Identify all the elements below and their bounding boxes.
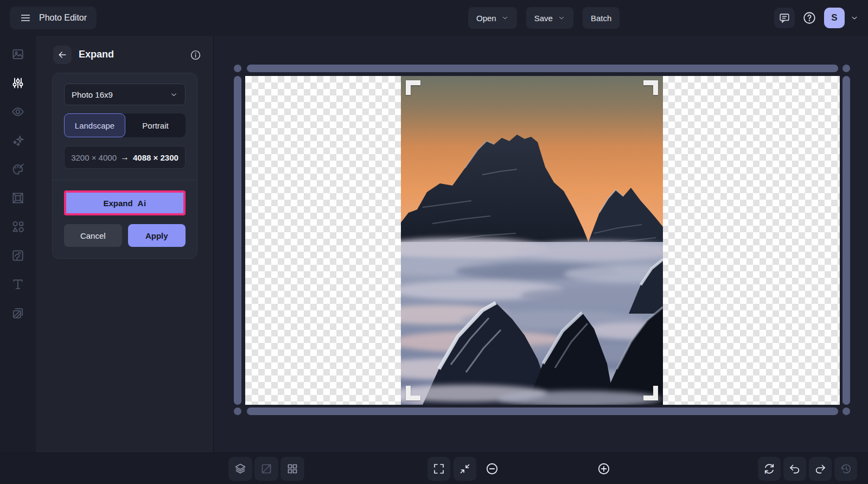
question-mark-icon xyxy=(802,11,816,25)
canvas-image[interactable] xyxy=(401,76,663,405)
scrollbar-vertical-left[interactable] xyxy=(234,76,241,405)
tool-adjust-icon[interactable] xyxy=(7,72,29,94)
collapse-arrows-icon xyxy=(458,462,471,475)
dimensions-to: 4088 × 2300 xyxy=(133,153,178,162)
expand-panel: Expand Photo 16x9 Landscape Portrait 320… xyxy=(36,36,214,484)
save-button[interactable]: Save xyxy=(526,7,573,29)
batch-button[interactable]: Batch xyxy=(583,7,620,29)
fullscreen-button[interactable] xyxy=(427,457,450,481)
layers-button[interactable] xyxy=(228,457,252,481)
account-actions: S xyxy=(774,8,859,28)
main-menu-button[interactable]: Photo Editor xyxy=(10,7,97,29)
tool-arrange-icon[interactable] xyxy=(7,302,29,324)
tool-shapes-icon[interactable] xyxy=(7,216,29,238)
apply-button[interactable]: Apply xyxy=(128,224,186,247)
crop-handle-bottom-left[interactable] xyxy=(406,386,420,400)
expand-options-card: Photo 16x9 Landscape Portrait 3200 × 400… xyxy=(52,73,197,259)
grid-view-button[interactable] xyxy=(280,457,304,481)
crossed-canvas-icon xyxy=(260,462,273,475)
divider xyxy=(53,180,197,180)
pan-dot-bottom-right[interactable] xyxy=(843,407,850,415)
panel-title: Expand xyxy=(79,49,114,60)
tool-image-icon[interactable] xyxy=(7,43,29,65)
refresh-icon xyxy=(763,462,776,475)
history-button[interactable] xyxy=(834,457,857,481)
dimensions-from: 3200 × 4000 xyxy=(71,153,117,162)
app-title: Photo Editor xyxy=(39,13,87,23)
bottom-bar: 13% xyxy=(0,453,868,484)
preset-value: Photo 16x9 xyxy=(72,90,170,99)
avatar[interactable]: S xyxy=(824,8,845,28)
scrollbar-horizontal-top[interactable] xyxy=(247,65,838,72)
chevron-down-icon xyxy=(558,14,565,22)
top-bar: Photo Editor Open Save Batch xyxy=(0,0,868,36)
dimensions-readout: 3200 × 4000 → 4088 × 2300 xyxy=(64,146,186,169)
grid-icon xyxy=(286,462,299,475)
file-actions: Open Save Batch xyxy=(468,7,620,29)
account-chevron-down-icon[interactable] xyxy=(850,14,859,22)
tool-retouch-eye-icon[interactable] xyxy=(7,101,29,123)
reset-button[interactable] xyxy=(758,457,781,481)
confirm-row: Cancel Apply xyxy=(64,224,186,247)
preset-select[interactable]: Photo 16x9 xyxy=(64,84,186,105)
landscape-option[interactable]: Landscape xyxy=(64,113,125,137)
back-button[interactable] xyxy=(53,46,72,64)
redo-button[interactable] xyxy=(809,457,832,481)
chevron-down-icon xyxy=(170,91,178,99)
crop-handle-top-left[interactable] xyxy=(406,80,420,95)
tool-rail xyxy=(0,36,36,484)
tool-ai-effects-sparkles-icon[interactable] xyxy=(7,130,29,151)
ai-badge: Ai xyxy=(138,199,146,208)
tool-texture-icon[interactable] xyxy=(7,245,29,266)
scrollbar-horizontal-bottom[interactable] xyxy=(247,407,838,415)
orientation-toggle: Landscape Portrait xyxy=(64,113,186,137)
scrollbar-vertical-right[interactable] xyxy=(843,76,850,405)
help-button[interactable] xyxy=(800,9,819,27)
layers-icon xyxy=(234,462,247,475)
crop-handle-top-right[interactable] xyxy=(643,80,658,95)
pan-dot-top-left[interactable] xyxy=(234,65,241,72)
arrow-left-icon xyxy=(57,49,68,60)
canvas-area xyxy=(214,36,868,453)
hamburger-icon xyxy=(20,12,31,24)
expand-ai-button[interactable]: Expand Ai xyxy=(64,190,186,215)
history-clock-icon xyxy=(839,462,852,475)
tool-frame-icon[interactable] xyxy=(7,187,29,209)
chevron-down-icon xyxy=(501,14,509,22)
undo-icon xyxy=(788,462,801,475)
arrow-right-icon: → xyxy=(120,152,129,162)
crop-handle-bottom-right[interactable] xyxy=(643,386,658,400)
pan-dot-bottom-left[interactable] xyxy=(234,407,241,415)
pan-dot-top-right[interactable] xyxy=(843,65,850,72)
fullscreen-icon xyxy=(432,462,445,475)
open-button[interactable]: Open xyxy=(468,7,517,29)
zoom-out-icon[interactable] xyxy=(485,462,499,476)
chat-bubble-icon xyxy=(778,12,790,24)
tool-paint-palette-icon[interactable] xyxy=(7,158,29,180)
cancel-button[interactable]: Cancel xyxy=(64,224,122,247)
undo-button[interactable] xyxy=(783,457,806,481)
zoom-in-icon[interactable] xyxy=(597,462,611,476)
fit-to-screen-button[interactable] xyxy=(454,457,476,481)
feedback-button[interactable] xyxy=(774,8,795,28)
tool-text-icon[interactable] xyxy=(7,273,29,295)
portrait-option[interactable]: Portrait xyxy=(125,113,186,137)
canvas[interactable] xyxy=(245,76,840,405)
canvas-resize-button[interactable] xyxy=(254,457,278,481)
redo-icon xyxy=(814,462,827,475)
info-icon[interactable] xyxy=(190,49,201,61)
